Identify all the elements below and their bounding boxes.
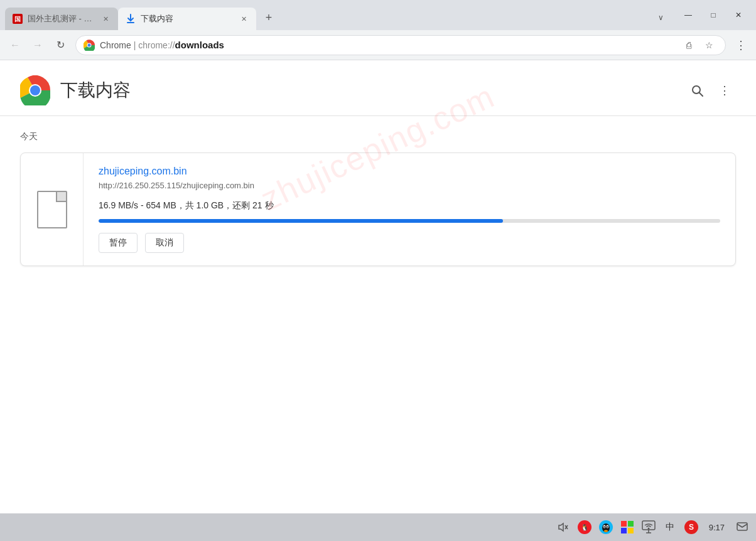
chrome-icon [84, 40, 95, 51]
chrome-logo [20, 75, 50, 105]
bookmark-button[interactable]: ☆ [700, 36, 718, 54]
header-actions: ⋮ [686, 79, 736, 102]
svg-point-22 [607, 526, 608, 527]
svg-rect-26 [621, 528, 627, 533]
address-actions: ⎙ ☆ [680, 36, 718, 54]
download-info: zhujiceping.com.bin http://216.250.255.1… [84, 153, 735, 265]
svg-text:S: S [689, 523, 694, 532]
pause-button[interactable]: 暂停 [99, 233, 138, 253]
tab1-favicon: 国 [13, 14, 23, 24]
svg-point-21 [603, 526, 605, 527]
progress-bar-fill [99, 219, 503, 223]
minimize-button[interactable]: — [676, 5, 701, 25]
ime-icon[interactable]: 中 [661, 518, 679, 536]
tab-menu-button[interactable]: ∨ [653, 10, 668, 25]
svg-point-9 [30, 85, 40, 95]
cancel-button[interactable]: 取消 [145, 233, 184, 253]
svg-rect-34 [737, 523, 747, 530]
progress-bar-container [99, 219, 720, 223]
download-actions: 暂停 取消 [99, 233, 720, 253]
tab-1[interactable]: 国 国外主机测评 - 国... ✕ [5, 8, 118, 30]
svg-rect-2 [127, 22, 134, 23]
svg-rect-24 [621, 521, 627, 527]
taskbar-time: 9:17 [704, 523, 730, 532]
downloads-menu-button[interactable]: ⋮ [713, 79, 736, 102]
svg-point-31 [647, 528, 649, 530]
svg-rect-27 [628, 528, 634, 533]
chevron-area: ∨ [653, 10, 671, 30]
svg-text:🐧: 🐧 [581, 523, 589, 532]
browser-menu-button[interactable]: ⋮ [731, 35, 751, 55]
tab1-close[interactable]: ✕ [100, 14, 111, 24]
window-controls: — □ ✕ [671, 5, 756, 30]
svg-text:国: 国 [14, 16, 21, 23]
reload-button[interactable]: ↻ [50, 35, 70, 55]
svg-point-10 [693, 86, 700, 94]
share-button[interactable]: ⎙ [680, 36, 698, 54]
tab2-title: 下载内容 [141, 13, 173, 24]
tab-downloads[interactable]: 下载内容 ✕ [118, 8, 256, 30]
download-status: 16.9 MB/s - 654 MB，共 1.0 GB，还剩 21 秒 [99, 200, 720, 212]
address-text: Chrome | chrome://downloads [100, 40, 675, 50]
section-today: 今天 [20, 131, 736, 142]
volume-icon[interactable] [554, 518, 572, 536]
file-icon-area [21, 153, 84, 265]
page-title: 下载内容 [60, 78, 686, 102]
address-bar[interactable]: Chrome | chrome://downloads ⎙ ☆ [75, 35, 726, 55]
colorpicker-icon[interactable] [618, 518, 636, 536]
network-icon[interactable] [640, 518, 657, 536]
maximize-button[interactable]: □ [701, 5, 726, 25]
svg-point-23 [604, 530, 608, 532]
titlebar: 国 国外主机测评 - 国... ✕ 下载内容 ✕ + ∨ [0, 0, 756, 30]
svg-rect-25 [628, 521, 634, 527]
back-button[interactable]: ← [5, 35, 25, 55]
tab2-favicon [126, 14, 136, 24]
tab2-close[interactable]: ✕ [239, 14, 249, 24]
file-name[interactable]: zhujiceping.com.bin [99, 166, 720, 177]
downloads-page: 下载内容 ⋮ zhujiceping.com 今天 [0, 60, 756, 513]
tab1-title: 国外主机测评 - 国... [28, 13, 95, 24]
qq2-icon[interactable] [597, 518, 615, 536]
search-downloads-button[interactable] [686, 79, 708, 102]
close-button[interactable]: ✕ [726, 5, 751, 25]
new-tab-button[interactable]: + [259, 8, 279, 28]
tabs-area: 国 国外主机测评 - 国... ✕ 下载内容 ✕ + [0, 8, 653, 30]
toolbar: ← → ↻ Chrome | chrome://downloads [0, 30, 756, 60]
taskbar: 🐧 [0, 513, 756, 541]
sougou-icon[interactable]: S [683, 518, 700, 536]
forward-button[interactable]: → [28, 35, 48, 55]
downloads-content: zhujiceping.com 今天 zhujiceping.com.bin h… [0, 116, 756, 281]
notification-icon[interactable] [733, 518, 751, 536]
qq1-icon[interactable]: 🐧 [576, 518, 593, 536]
file-url: http://216.250.255.115/zhujiceping.com.b… [99, 181, 720, 190]
file-icon [37, 191, 67, 228]
svg-line-11 [699, 93, 703, 96]
svg-point-6 [88, 43, 91, 46]
download-card: zhujiceping.com.bin http://216.250.255.1… [20, 153, 736, 266]
page-header: 下载内容 ⋮ [0, 60, 756, 116]
